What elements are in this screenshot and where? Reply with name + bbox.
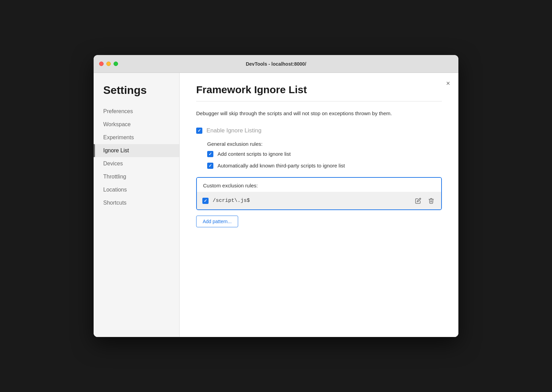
enable-ignore-listing-checkbox[interactable]: ✓ [196,128,202,134]
close-traffic-light[interactable] [99,62,104,66]
checkmark-icon-3: ✓ [204,198,207,203]
checkmark-icon-2: ✓ [209,163,212,168]
enable-ignore-listing-row: ✓ Enable Ignore Listing [196,127,442,134]
checkmark-icon: ✓ [198,128,201,133]
sidebar-item-ignore-list[interactable]: Ignore List [94,144,179,157]
description-text: Debugger will skip through the scripts a… [196,110,437,118]
sidebar-item-locations[interactable]: Locations [94,183,179,196]
edit-rule-button[interactable] [414,196,423,205]
custom-rule-row: ✓ /script\.js$ [197,192,441,209]
custom-rule-checkbox[interactable]: ✓ [202,198,209,204]
sidebar-item-workspace[interactable]: Workspace [94,118,179,131]
sidebar-item-throttling[interactable]: Throttling [94,170,179,183]
add-pattern-button[interactable]: Add pattern... [196,216,238,227]
sidebar-item-experiments[interactable]: Experiments [94,131,179,144]
divider [196,101,442,101]
rule-pattern: /script\.js$ [213,198,410,204]
rule1-checkbox[interactable]: ✓ [207,151,213,157]
custom-exclusion-header: Custom exclusion rules: [197,178,441,192]
sidebar-title: Settings [94,81,179,105]
delete-rule-button[interactable] [427,196,436,205]
titlebar: DevTools - localhost:8000/ [94,55,458,73]
custom-rules-box: Custom exclusion rules: ✓ /script\.js$ [196,177,442,210]
general-exclusion-rules: ✓ Add content scripts to ignore list ✓ A… [207,151,442,169]
checkmark-icon-1: ✓ [209,152,212,156]
main-content: Settings Preferences Workspace Experimen… [94,73,458,337]
rule2-checkbox[interactable]: ✓ [207,163,213,169]
close-button[interactable]: × [446,80,450,87]
rule1-label: Add content scripts to ignore list [217,151,291,157]
maximize-traffic-light[interactable] [114,62,118,66]
sidebar-item-preferences[interactable]: Preferences [94,105,179,118]
traffic-lights [99,62,118,66]
minimize-traffic-light[interactable] [106,62,111,66]
content-area: × Framework Ignore List Debugger will sk… [180,73,458,337]
app-window: DevTools - localhost:8000/ Settings Pref… [94,55,458,337]
rule1-row: ✓ Add content scripts to ignore list [207,151,442,157]
rule2-row: ✓ Automatically add known third-party sc… [207,163,442,169]
general-exclusion-label: General exclusion rules: [207,141,442,147]
window-title: DevTools - localhost:8000/ [246,61,306,67]
rule2-label: Automatically add known third-party scri… [217,163,345,168]
enable-ignore-listing-label: Enable Ignore Listing [206,127,262,134]
sidebar: Settings Preferences Workspace Experimen… [94,73,180,337]
sidebar-item-devices[interactable]: Devices [94,157,179,170]
sidebar-item-shortcuts[interactable]: Shortcuts [94,196,179,209]
page-title: Framework Ignore List [196,84,442,96]
